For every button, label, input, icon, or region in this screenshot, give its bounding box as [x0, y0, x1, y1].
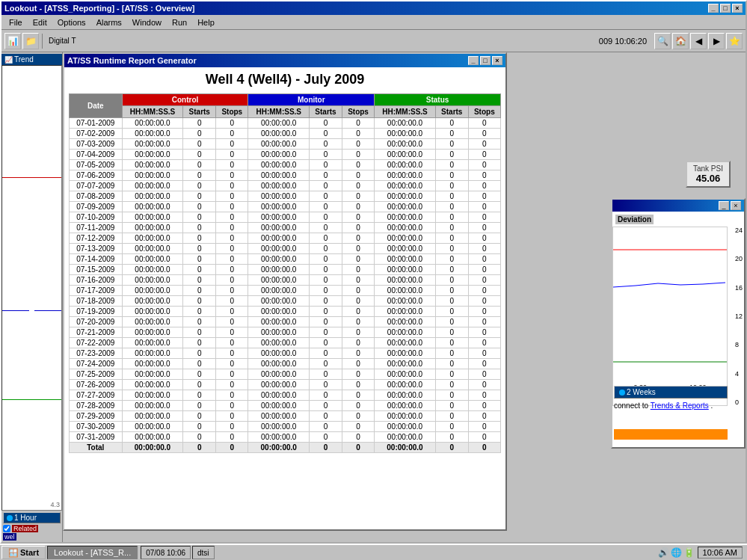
table-cell: 00:00:00.0: [122, 191, 183, 202]
th-m-time: HH:MM:SS.S: [248, 106, 310, 118]
deviation-min-btn[interactable]: _: [719, 201, 729, 210]
table-cell: 00:00:00.0: [248, 191, 310, 202]
toolbar-nav-1[interactable]: 🔍: [654, 33, 671, 49]
toolbar-icon-1[interactable]: 📊: [4, 33, 21, 49]
toolbar-icon-2[interactable]: 📁: [22, 33, 39, 49]
table-cell: 0: [183, 150, 216, 160]
table-cell: 00:00:00.0: [248, 296, 310, 307]
table-cell: 0: [435, 223, 468, 233]
maximize-button[interactable]: □: [720, 4, 731, 13]
table-cell: 07-27-2009: [70, 390, 123, 401]
table-cell: 0: [216, 275, 248, 286]
table-cell: 00:00:00.0: [248, 307, 310, 317]
table-cell: 00:00:00.0: [375, 401, 436, 411]
start-button[interactable]: 🪟 Start: [1, 546, 46, 559]
table-cell: 0: [342, 202, 374, 212]
close-button[interactable]: ×: [732, 4, 743, 13]
hour-button[interactable]: 1 Hour: [3, 512, 61, 523]
table-cell: 0: [183, 432, 216, 443]
table-cell: 0: [435, 296, 468, 307]
menu-bar: File Edit Options Alarms Window Run Help: [1, 15, 746, 30]
trends-link[interactable]: Trends & Reports: [651, 401, 709, 410]
toolbar-nav-4[interactable]: ▶: [708, 33, 725, 49]
menu-help[interactable]: Help: [193, 16, 219, 28]
table-cell: 00:00:00.0: [248, 380, 310, 390]
table-cell: 07-11-2009: [70, 223, 123, 233]
table-row: 07-19-200900:00:00.00000:00:00.00000:00:…: [70, 307, 501, 317]
table-cell: 00:00:00.0: [375, 150, 436, 160]
table-cell: 0: [435, 181, 468, 191]
table-cell: 07-28-2009: [70, 401, 123, 411]
table-cell: 07-24-2009: [70, 359, 123, 369]
table-cell: 00:00:00.0: [248, 275, 310, 286]
taskbar-app-button[interactable]: Lookout - [ATSS_R...: [47, 546, 138, 559]
weeks-area: 2 Weeks connect to Trends & Reports .: [614, 386, 728, 410]
table-cell: 00:00:00.0: [375, 202, 436, 212]
table-cell: 0: [183, 359, 216, 369]
table-cell: 0: [435, 212, 468, 223]
report-maximize-btn[interactable]: □: [480, 56, 491, 65]
table-cell: 00:00:00.0: [375, 223, 436, 233]
table-cell: 00:00:00.0: [375, 390, 436, 401]
table-cell: 00:00:00.0: [122, 170, 183, 181]
table-cell: 0: [310, 118, 342, 129]
table-cell: 0: [216, 317, 248, 327]
table-cell: 0: [468, 170, 500, 181]
table-cell: 0: [216, 443, 248, 453]
table-cell: 0: [468, 286, 500, 296]
table-cell: 0: [310, 296, 342, 307]
related-checkbox-row: Related: [3, 525, 61, 532]
tank-widget: Tank PSI 45.06: [686, 161, 731, 188]
toolbar-nav-5[interactable]: ⭐: [726, 33, 743, 49]
table-cell: 0: [468, 181, 500, 191]
table-cell: 00:00:00.0: [248, 338, 310, 348]
table-cell: 0: [468, 191, 500, 202]
table-cell: 00:00:00.0: [248, 443, 310, 453]
table-row: 07-27-200900:00:00.00000:00:00.00000:00:…: [70, 390, 501, 401]
trend-text: Trend: [14, 55, 34, 64]
table-cell: 0: [310, 139, 342, 150]
toolbar-nav-2[interactable]: 🏠: [672, 33, 689, 49]
table-cell: 0: [342, 317, 374, 327]
table-cell: 00:00:00.0: [122, 443, 183, 453]
trend-controls: 1 Hour Related wel: [1, 511, 62, 542]
table-cell: 0: [310, 286, 342, 296]
table-cell: 00:00:00.0: [122, 118, 183, 129]
table-cell: 07-18-2009: [70, 296, 123, 307]
menu-options[interactable]: Options: [53, 16, 90, 28]
table-cell: 00:00:00.0: [375, 181, 436, 191]
table-cell: 0: [342, 139, 374, 150]
toolbar-nav-3[interactable]: ◀: [690, 33, 707, 49]
table-cell: 0: [468, 244, 500, 254]
menu-alarms[interactable]: Alarms: [92, 16, 126, 28]
table-cell: 0: [310, 129, 342, 139]
report-minimize-btn[interactable]: _: [468, 56, 479, 65]
menu-file[interactable]: File: [4, 16, 27, 28]
table-row: 07-21-200900:00:00.00000:00:00.00000:00:…: [70, 327, 501, 338]
table-cell: 0: [468, 223, 500, 233]
table-cell: 0: [216, 202, 248, 212]
table-cell: 0: [216, 265, 248, 275]
weeks-button[interactable]: 2 Weeks: [614, 386, 728, 399]
well-row: wel: [3, 533, 61, 541]
table-cell: 00:00:00.0: [248, 160, 310, 170]
th-s-starts: Starts: [435, 106, 468, 118]
table-cell: 0: [468, 307, 500, 317]
table-cell: 07-19-2009: [70, 307, 123, 317]
table-cell: 0: [310, 380, 342, 390]
table-cell: 0: [342, 170, 374, 181]
menu-run[interactable]: Run: [167, 16, 191, 28]
taskbar-clock: 10:06 AM: [698, 547, 743, 559]
table-cell: 0: [216, 129, 248, 139]
report-close-btn[interactable]: ×: [492, 56, 502, 65]
related-checkbox[interactable]: [3, 525, 10, 532]
table-cell: 07-03-2009: [70, 139, 123, 150]
deviation-close-btn[interactable]: ×: [731, 201, 741, 210]
trend-chart-area: 4.3: [1, 65, 62, 511]
minimize-button[interactable]: _: [708, 4, 719, 13]
menu-window[interactable]: Window: [128, 16, 166, 28]
table-row: 07-09-200900:00:00.00000:00:00.00000:00:…: [70, 202, 501, 212]
table-cell: 0: [342, 348, 374, 359]
menu-edit[interactable]: Edit: [28, 16, 52, 28]
table-cell: 00:00:00.0: [375, 307, 436, 317]
